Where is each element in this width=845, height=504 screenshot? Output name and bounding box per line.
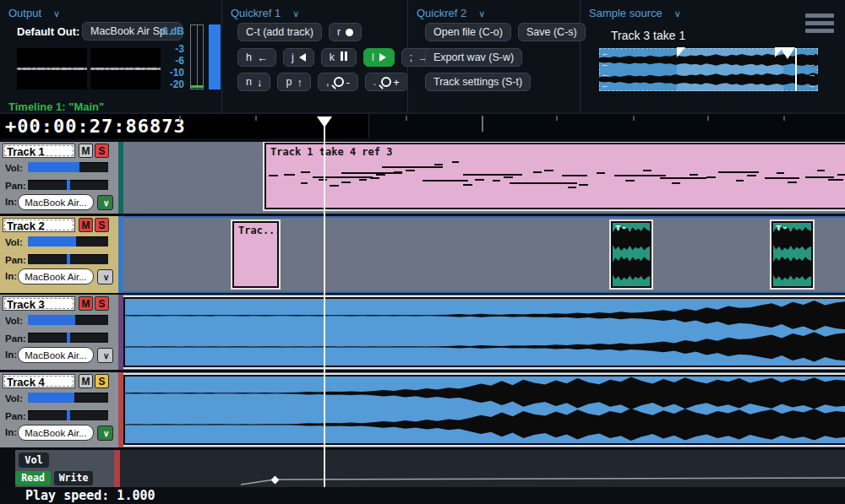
midi-note[interactable] [463,184,472,186]
menu-icon[interactable] [805,14,834,36]
trim-left-arrows-icon[interactable]: ←←←← [600,48,610,91]
midi-note[interactable] [284,174,296,176]
solo-button[interactable]: S [95,144,109,158]
automation-param-button[interactable]: Vol [19,453,49,468]
midi-note[interactable] [672,182,680,184]
track-lane[interactable]: Track 1 take 4 ref 3 [123,142,845,214]
midi-note[interactable] [660,177,706,179]
midi-note[interactable] [597,172,605,174]
midi-note[interactable] [493,180,501,182]
audio-clip[interactable]: Tr... [611,221,651,288]
midi-clip[interactable]: Track 1 take 4 ref 3 [264,143,845,209]
midi-note[interactable] [579,184,588,186]
midi-note[interactable] [301,171,310,173]
solo-button[interactable]: S [95,296,109,311]
mute-button[interactable]: M [79,144,93,158]
midi-note[interactable] [406,170,415,171]
chevron-down-icon[interactable]: ∨ [292,8,299,19]
midi-note[interactable] [269,175,277,176]
input-device-button[interactable]: MacBook Air... [18,268,94,285]
input-device-button[interactable]: MacBook Air... [18,347,94,363]
midi-note[interactable] [434,164,443,165]
midi-note[interactable] [376,174,384,176]
track-lane[interactable] [123,372,845,447]
midi-note[interactable] [747,175,755,176]
quickref-play-button[interactable]: l [363,48,395,67]
volume-slider[interactable] [28,236,108,247]
track-name-input[interactable]: Track 4 [3,374,75,388]
quickref-step-back-button[interactable]: j [283,48,314,67]
input-device-button[interactable]: MacBook Air... [18,425,94,441]
trim-right-arrows-icon[interactable]: →→→→ [807,48,817,91]
timeline-ruler[interactable]: +00:00:27:86873 [0,112,845,138]
playhead-triangle-icon[interactable] [317,117,332,127]
midi-note[interactable] [643,170,651,171]
pan-thumb[interactable] [67,180,70,190]
midi-note[interactable] [330,185,338,187]
midi-note[interactable] [805,176,834,178]
quickref-save-button[interactable]: Save (C-s) [518,23,586,41]
quickref-track-settings-button[interactable]: Track settings (S-t) [425,73,531,91]
track-name-input[interactable]: Track 2 [3,218,75,232]
quickref-zoom-in-button[interactable]: .+ [365,73,408,91]
midi-note[interactable] [828,179,842,181]
volume-slider[interactable] [28,162,108,172]
track-lane[interactable] [123,295,845,370]
pan-thumb[interactable] [67,254,70,264]
quickref-zoom-out-button[interactable]: ,- [318,73,358,91]
midi-note[interactable] [736,180,744,182]
track-lane[interactable]: Trac...Tr...Tr... [123,216,845,293]
midi-note[interactable] [690,174,698,176]
quickref-export-wav-button[interactable]: Export wav (S-w) [425,48,522,67]
mute-button[interactable]: M [79,296,93,311]
input-dropdown-button[interactable]: ∨ [97,195,113,210]
midi-note[interactable] [422,166,431,168]
audio-clip[interactable] [123,297,845,367]
pan-slider[interactable] [28,410,108,420]
midi-note[interactable] [788,182,796,183]
quickref-next-track-button[interactable]: n↓ [237,73,270,91]
midi-note[interactable] [341,182,351,183]
midi-note[interactable] [706,176,716,178]
quickref-pause-button[interactable]: k [321,48,357,67]
quickref-seek-left-button[interactable]: h← [237,48,276,67]
midi-note[interactable] [463,174,522,176]
automation-read-button[interactable]: Read [15,471,51,485]
quickref-prev-track-button[interactable]: p↑ [277,73,310,91]
sample-marker-icon[interactable] [677,47,685,57]
midi-note[interactable] [562,175,587,176]
pan-thumb[interactable] [67,410,70,420]
input-dropdown-button[interactable]: ∨ [97,348,113,363]
midi-note[interactable] [510,182,577,184]
midi-note[interactable] [370,177,379,179]
sample-cursor[interactable] [795,48,797,91]
track-name-input[interactable]: Track 1 [3,144,75,158]
solo-button[interactable]: S [95,218,109,232]
audio-clip[interactable]: Tr... [771,221,813,288]
midi-note[interactable] [817,170,826,171]
solo-button[interactable]: S [95,374,109,388]
midi-note[interactable] [394,171,402,173]
midi-note[interactable] [544,170,553,171]
quickref-record-button[interactable]: r [329,23,362,41]
chevron-down-icon[interactable]: ∨ [53,8,60,19]
pan-thumb[interactable] [67,333,70,343]
midi-note[interactable] [568,187,576,188]
midi-note[interactable] [313,176,373,178]
volume-slider[interactable] [28,393,108,403]
quickref-open-file-button[interactable]: Open file (C-o) [425,23,511,41]
pan-slider[interactable] [28,180,108,190]
input-dropdown-button[interactable]: ∨ [97,425,113,441]
chevron-down-icon[interactable]: ∨ [478,8,485,19]
pan-slider[interactable] [28,333,108,343]
midi-note[interactable] [319,179,327,181]
midi-note[interactable] [837,174,845,176]
chevron-down-icon[interactable]: ∨ [674,8,681,19]
midi-note[interactable] [301,182,308,184]
midi-note[interactable] [533,171,542,173]
track-name-input[interactable]: Track 3 [3,296,75,311]
midi-note[interactable] [475,179,484,181]
sample-marker-icon[interactable] [780,47,795,59]
mute-button[interactable]: M [79,374,93,388]
mute-button[interactable]: M [79,218,93,232]
